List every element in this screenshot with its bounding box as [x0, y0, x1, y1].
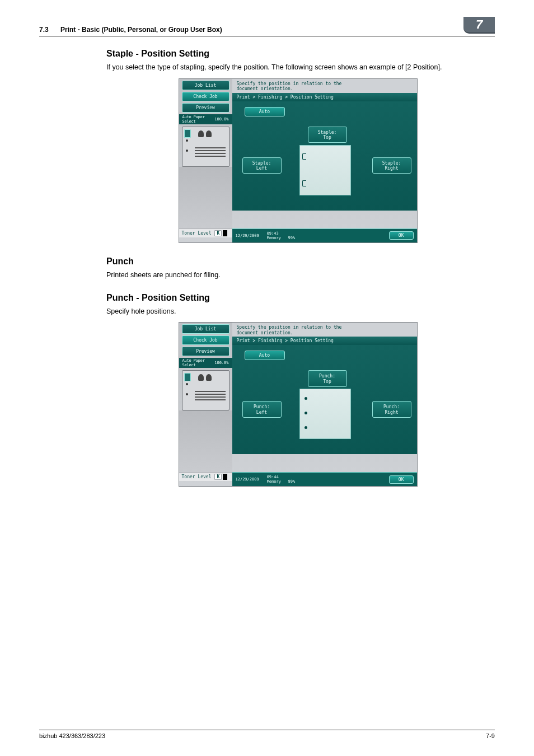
left-grey-spacer [179, 167, 232, 228]
auto-paper-label: Auto Paper Select [182, 358, 205, 367]
preview-page-icon [184, 373, 191, 381]
toner-gauge-icon [223, 474, 227, 480]
punch-right-button[interactable]: Punch: Right [372, 401, 411, 417]
preview-person-icon [198, 130, 204, 137]
toner-k: K [214, 230, 222, 236]
punch-heading: Punch [106, 256, 489, 267]
toner-gauge-icon [223, 230, 227, 236]
breadcrumb-bar: Print > Finishing > Position Setting [232, 93, 417, 101]
punch-body: Printed sheets are punched for filing. [106, 270, 489, 281]
footer-date: 12/29/2009 [236, 234, 259, 238]
punch-hole-icon [305, 426, 307, 429]
punch-panel: Job List Check Job Preview Auto Paper Se… [179, 322, 418, 487]
auto-button[interactable]: Auto [245, 351, 285, 360]
punch-hole-icon [305, 412, 307, 414]
paper-status-bar: Auto Paper Select 100.0% [179, 358, 232, 368]
footer-model: bizhub 423/363/283/223 [39, 732, 105, 739]
page-header: 7.3 Print - Basic (Public, Personal, or … [39, 17, 495, 36]
footer-time: 09:43 Memory 99% [267, 231, 296, 240]
preview-punch-marks [186, 383, 188, 395]
preview-button[interactable]: Preview [182, 103, 229, 113]
punch-pos-heading: Punch - Position Setting [106, 293, 489, 303]
job-list-button[interactable]: Job List [182, 324, 229, 334]
preview-text-lines [195, 147, 226, 158]
footer-time: 09:44 Memory 99% [267, 475, 296, 484]
footer-page: 7-9 [486, 732, 495, 739]
position-area: Auto Staple: Top Staple: Left Staple: Ri… [232, 101, 417, 211]
preview-page-icon [184, 129, 191, 138]
preview-button[interactable]: Preview [182, 347, 229, 356]
staple-body: If you select the type of stapling, spec… [106, 62, 489, 73]
footer-date: 12/29/2009 [236, 477, 259, 482]
zoom-value: 100.0% [214, 117, 228, 122]
document-preview [182, 127, 229, 167]
toner-row: Toner Level K [179, 472, 232, 481]
staple-panel: Job List Check Job Preview Auto Paper Se… [179, 78, 418, 243]
check-job-button[interactable]: Check Job [182, 335, 229, 345]
preview-person-icon [206, 374, 212, 381]
zoom-value: 100.0% [214, 361, 228, 365]
position-area: Auto Punch: Top Punch: Left Punch: Right [232, 345, 417, 454]
punch-pos-body: Specify hole positions. [106, 306, 489, 317]
staple-left-button[interactable]: Staple: Left [242, 157, 282, 174]
auto-button[interactable]: Auto [245, 107, 285, 116]
punch-paper-preview [299, 389, 351, 439]
page-footer: bizhub 423/363/283/223 7-9 [39, 730, 495, 739]
toner-label: Toner Level [182, 474, 212, 479]
ok-button[interactable]: OK [389, 231, 414, 240]
paper-status-bar: Auto Paper Select 100.0% [179, 114, 232, 124]
toner-k: K [214, 474, 222, 480]
header-left: 7.3 Print - Basic (Public, Personal, or … [39, 26, 222, 34]
preview-staple-marks [186, 139, 188, 152]
breadcrumb-bar: Print > Finishing > Position Setting [232, 337, 417, 345]
instruction-text: Specify the position in relation to the … [232, 323, 417, 337]
auto-paper-label: Auto Paper Select [182, 115, 205, 124]
punch-hole-icon [305, 397, 307, 400]
left-grey-spacer [179, 410, 232, 472]
ok-button[interactable]: OK [389, 475, 414, 484]
instruction-text: Specify the position in relation to the … [232, 79, 417, 93]
staple-paper-preview [299, 145, 351, 195]
toner-label: Toner Level [182, 231, 212, 236]
section-title: Print - Basic (Public, Personal, or Grou… [60, 26, 222, 34]
staple-right-button[interactable]: Staple: Right [372, 157, 411, 174]
check-job-button[interactable]: Check Job [182, 92, 229, 101]
punch-left-button[interactable]: Punch: Left [242, 401, 282, 417]
document-preview [182, 370, 229, 410]
staple-top-button[interactable]: Staple: Top [308, 127, 347, 143]
punch-top-button[interactable]: Punch: Top [308, 370, 347, 386]
toner-row: Toner Level K [179, 228, 232, 237]
staple-heading: Staple - Position Setting [106, 49, 489, 59]
section-number: 7.3 [39, 26, 49, 34]
job-list-button[interactable]: Job List [182, 81, 229, 90]
chapter-badge: 7 [463, 17, 495, 34]
preview-text-lines [195, 391, 226, 402]
preview-person-icon [198, 374, 204, 381]
panel-footer: 12/29/2009 09:44 Memory 99% OK [232, 472, 417, 486]
preview-person-icon [206, 130, 212, 137]
panel-footer: 12/29/2009 09:43 Memory 99% OK [232, 228, 417, 242]
